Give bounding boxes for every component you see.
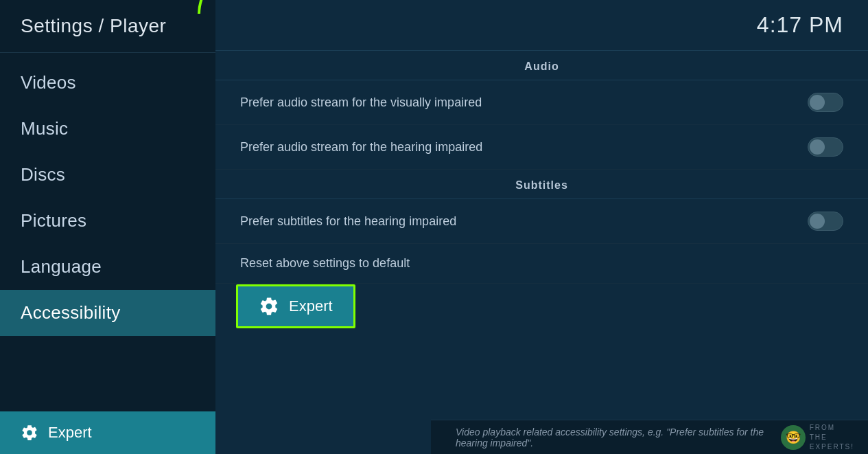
gear-icon-sidebar (21, 424, 38, 442)
expert-floating-label: Expert (289, 297, 333, 315)
expert-sidebar-button[interactable]: Expert (0, 411, 215, 454)
watermark-text: FROMTHEEXPERTS! (810, 423, 854, 452)
clock-display: 4:17 PM (757, 12, 843, 38)
status-text: Video playback related accessibility set… (456, 427, 781, 449)
sidebar-item-language[interactable]: Language (0, 244, 215, 290)
setting-label-reset: Reset above settings to default (240, 256, 410, 271)
sidebar-item-music[interactable]: Music (0, 106, 215, 152)
gear-icon-floating (259, 296, 279, 317)
expert-floating-button[interactable]: Expert (236, 284, 355, 328)
toggle-hearing-impaired-audio[interactable] (808, 137, 843, 157)
sidebar-item-pictures[interactable]: Pictures (0, 198, 215, 244)
sidebar-item-videos[interactable]: Videos (0, 60, 215, 106)
sidebar-nav: Videos Music Discs Pictures Language Acc… (0, 53, 215, 411)
setting-label-hearing-impaired-subtitles: Prefer subtitles for the hearing impaire… (240, 214, 456, 229)
setting-label-visually-impaired: Prefer audio stream for the visually imp… (240, 95, 482, 110)
expert-sidebar-label: Expert (48, 424, 92, 442)
audio-section-header: Audio (215, 51, 868, 80)
main-content: 4:17 PM Audio Prefer audio stream for th… (215, 0, 868, 454)
setting-row-reset[interactable]: Reset above settings to default (215, 244, 868, 284)
top-bar: 4:17 PM (215, 0, 868, 51)
toggle-visually-impaired[interactable] (808, 93, 843, 112)
sidebar: Settings / Player Videos Music Discs Pic… (0, 0, 215, 454)
page-title: Settings / Player (0, 0, 215, 53)
sidebar-item-accessibility[interactable]: Accessibility (0, 290, 215, 336)
setting-row-visually-impaired[interactable]: Prefer audio stream for the visually imp… (215, 80, 868, 125)
sidebar-item-discs[interactable]: Discs (0, 152, 215, 198)
subtitles-section-header: Subtitles (215, 170, 868, 199)
toggle-hearing-impaired-subtitles[interactable] (808, 212, 843, 231)
watermark-icon: 🤓 (781, 425, 806, 450)
settings-area: Audio Prefer audio stream for the visual… (215, 51, 868, 454)
setting-row-hearing-impaired-subtitles[interactable]: Prefer subtitles for the hearing impaire… (215, 199, 868, 244)
watermark: 🤓 FROMTHEEXPERTS! (781, 423, 854, 452)
setting-row-hearing-impaired-audio[interactable]: Prefer audio stream for the hearing impa… (215, 125, 868, 170)
status-bar: Video playback related accessibility set… (431, 420, 868, 454)
setting-label-hearing-impaired-audio: Prefer audio stream for the hearing impa… (240, 140, 482, 155)
